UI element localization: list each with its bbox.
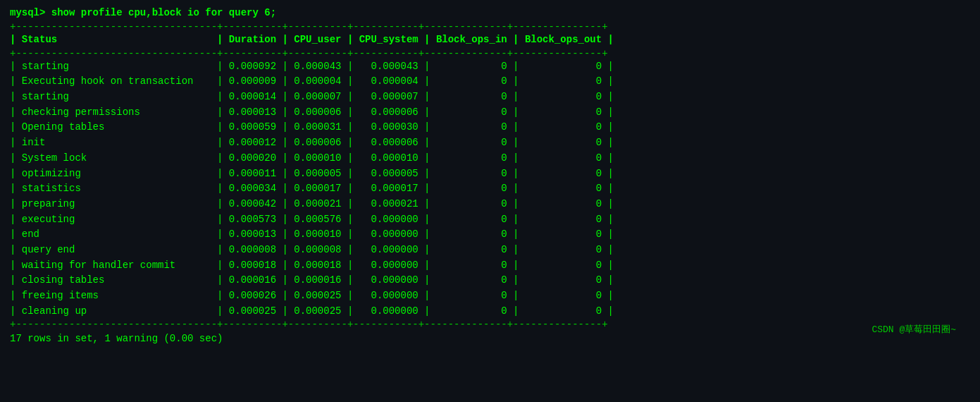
table-row: | starting | 0.000014 | 0.000007 | 0.000… bbox=[10, 90, 970, 105]
table-row: | starting | 0.000092 | 0.000043 | 0.000… bbox=[10, 59, 970, 75]
table-row: | cleaning up | 0.000025 | 0.000025 | 0.… bbox=[10, 304, 970, 319]
table-row: | optimizing | 0.000011 | 0.000005 | 0.0… bbox=[10, 166, 970, 182]
table-row: | checking permissions | 0.000013 | 0.00… bbox=[10, 105, 970, 121]
terminal-window: mysql> show profile cpu,block io for que… bbox=[10, 7, 970, 344]
table-row: | Executing hook on transaction | 0.0000… bbox=[10, 74, 970, 90]
table-row: | waiting for handler commit | 0.000018 … bbox=[10, 258, 970, 274]
footer-text: 17 rows in set, 1 warning (0.00 sec) bbox=[10, 333, 970, 344]
separator-bottom: +----------------------------------+----… bbox=[10, 319, 970, 330]
table-row: | Opening tables | 0.000059 | 0.000031 |… bbox=[10, 120, 970, 135]
watermark: CSDN @草莓田田圈~ bbox=[872, 323, 956, 336]
table-row: | preparing | 0.000042 | 0.000021 | 0.00… bbox=[10, 197, 970, 212]
command-line: mysql> show profile cpu,block io for que… bbox=[10, 7, 970, 18]
table-body: | starting | 0.000092 | 0.000043 | 0.000… bbox=[10, 59, 970, 319]
table-row: | statistics | 0.000034 | 0.000017 | 0.0… bbox=[10, 181, 970, 197]
table-row: | query end | 0.000008 | 0.000008 | 0.00… bbox=[10, 243, 970, 258]
table-header: | Status | Duration | CPU_user | CPU_sys… bbox=[10, 32, 970, 48]
table-row: | closing tables | 0.000016 | 0.000016 |… bbox=[10, 273, 970, 288]
table-row: | System lock | 0.000020 | 0.000010 | 0.… bbox=[10, 151, 970, 166]
table-row: | end | 0.000013 | 0.000010 | 0.000000 |… bbox=[10, 227, 970, 243]
separator-top: +----------------------------------+----… bbox=[10, 21, 970, 32]
table-row: | executing | 0.000573 | 0.000576 | 0.00… bbox=[10, 212, 970, 228]
separator-mid: +----------------------------------+----… bbox=[10, 48, 970, 59]
table-row: | freeing items | 0.000026 | 0.000025 | … bbox=[10, 288, 970, 304]
table-row: | init | 0.000012 | 0.000006 | 0.000006 … bbox=[10, 135, 970, 151]
